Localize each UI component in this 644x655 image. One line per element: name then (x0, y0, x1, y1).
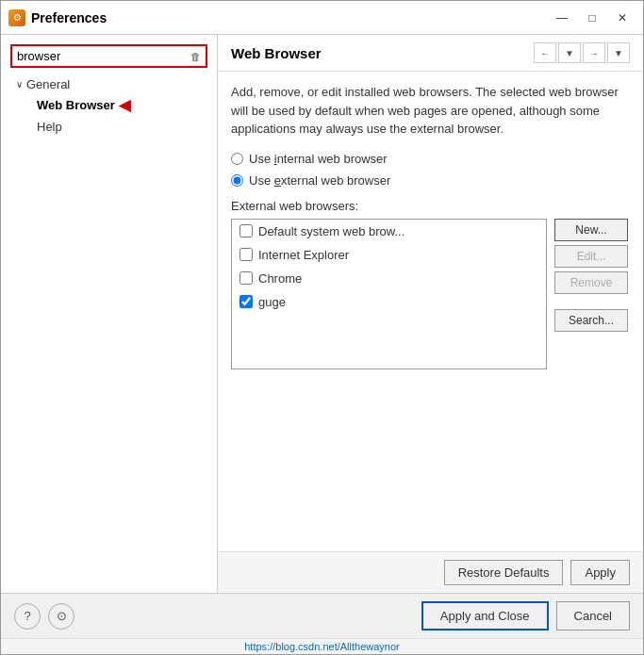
underline-i: i (274, 152, 277, 166)
info-icon-button[interactable]: ⊙ (48, 603, 74, 630)
browser-label-ie: Internet Explorer (258, 248, 349, 262)
content-body: Add, remove, or edit installed web brows… (218, 72, 643, 551)
edit-browser-button[interactable]: Edit... (554, 245, 628, 268)
question-mark-icon: ? (24, 609, 30, 623)
radio-internal-item: Use internal web browser (231, 152, 630, 166)
close-button[interactable]: ✕ (609, 8, 636, 28)
external-browsers-label: External web browsers: (231, 199, 630, 213)
restore-defaults-button[interactable]: Restore Defaults (444, 560, 564, 585)
browser-label-chrome: Chrome (258, 271, 302, 286)
radio-external[interactable] (231, 174, 243, 187)
bottom-left: ? ⊙ (14, 603, 74, 630)
browser-checkbox-chrome[interactable] (239, 271, 253, 285)
title-bar-left: ⚙ Preferences (8, 9, 107, 26)
search-clear-icon[interactable]: 🗑 (190, 51, 201, 62)
sidebar-item-help[interactable]: Help (31, 117, 206, 137)
description-text: Add, remove, or edit installed web brows… (231, 83, 630, 139)
sidebar: 🗑 ∨ General Web Browser ◀ Help (1, 35, 218, 593)
nav-buttons: ← ▼ → ▼ (534, 42, 630, 63)
search-input[interactable] (17, 49, 190, 63)
search-wrapper: 🗑 (10, 44, 207, 68)
apply-close-button[interactable]: Apply and Close (421, 601, 549, 630)
radio-external-label[interactable]: Use external web browser (249, 173, 390, 188)
window-controls: — □ ✕ (549, 8, 636, 28)
bottom-right: Apply and Close Cancel (421, 601, 630, 630)
nav-forward-button[interactable]: → (583, 42, 605, 63)
browser-item-default[interactable]: Default system web brow... (232, 220, 546, 243)
nav-back-button[interactable]: ← (534, 42, 556, 63)
window-title: Preferences (31, 10, 107, 25)
info-icon: ⊙ (57, 609, 67, 623)
radio-internal-label[interactable]: Use internal web browser (249, 152, 388, 166)
apply-button[interactable]: Apply (570, 560, 630, 585)
web-browser-label: Web Browser (37, 98, 115, 112)
tree-area: ∨ General Web Browser ◀ Help (5, 70, 213, 589)
sidebar-item-web-browser[interactable]: Web Browser ◀ (31, 93, 206, 117)
browsers-section: Default system web brow... Internet Expl… (231, 219, 630, 369)
app-icon: ⚙ (8, 9, 25, 26)
tree-group-text: General (26, 77, 70, 91)
nav-forward-dropdown-button[interactable]: ▼ (607, 42, 630, 63)
content-title: Web Browser (231, 45, 322, 61)
browser-label-guge: guge (258, 295, 286, 309)
tree-children: Web Browser ◀ Help (12, 93, 206, 137)
preferences-window: ⚙ Preferences — □ ✕ 🗑 ∨ General (0, 0, 644, 655)
browser-item-chrome[interactable]: Chrome (232, 267, 546, 290)
tree-group-general: ∨ General Web Browser ◀ Help (12, 74, 206, 139)
browser-label-default: Default system web brow... (258, 224, 405, 238)
browser-item-ie[interactable]: Internet Explorer (232, 243, 546, 267)
browser-checkbox-guge[interactable] (239, 295, 253, 308)
content-footer: Restore Defaults Apply (218, 551, 643, 593)
tree-arrow-icon: ∨ (16, 79, 23, 90)
status-bar: https://blog.csdn.net/Allthewaynor (1, 638, 643, 654)
minimize-button[interactable]: — (549, 8, 575, 28)
content-panel: Web Browser ← ▼ → ▼ Add, remove, or edit… (218, 35, 643, 593)
status-url: https://blog.csdn.net/Allthewaynor (244, 641, 399, 652)
remove-browser-button[interactable]: Remove (554, 271, 628, 294)
search-browser-button[interactable]: Search... (554, 309, 628, 332)
red-arrow-indicator: ◀ (119, 96, 130, 114)
new-browser-button[interactable]: New... (554, 219, 628, 241)
tree-group-general-label[interactable]: ∨ General (12, 75, 206, 93)
browser-item-guge[interactable]: guge (232, 290, 546, 314)
help-label: Help (37, 120, 62, 134)
help-icon-button[interactable]: ? (14, 603, 41, 630)
browser-checkbox-default[interactable] (239, 224, 253, 237)
title-bar: ⚙ Preferences — □ ✕ (1, 1, 643, 35)
underline-e: e (274, 173, 281, 188)
maximize-button[interactable]: □ (579, 8, 605, 28)
content-header: Web Browser ← ▼ → ▼ (218, 35, 643, 72)
browsers-actions: New... Edit... Remove Search... (554, 219, 630, 369)
browser-checkbox-ie[interactable] (239, 248, 253, 261)
radio-group: Use internal web browser Use external we… (231, 152, 630, 188)
radio-external-item: Use external web browser (231, 173, 630, 188)
bottom-bar: ? ⊙ Apply and Close Cancel (1, 593, 643, 638)
browsers-list: Default system web brow... Internet Expl… (231, 219, 547, 369)
radio-internal[interactable] (231, 153, 243, 165)
nav-back-dropdown-button[interactable]: ▼ (558, 42, 581, 63)
main-content: 🗑 ∨ General Web Browser ◀ Help (1, 35, 643, 593)
cancel-button[interactable]: Cancel (556, 601, 630, 630)
